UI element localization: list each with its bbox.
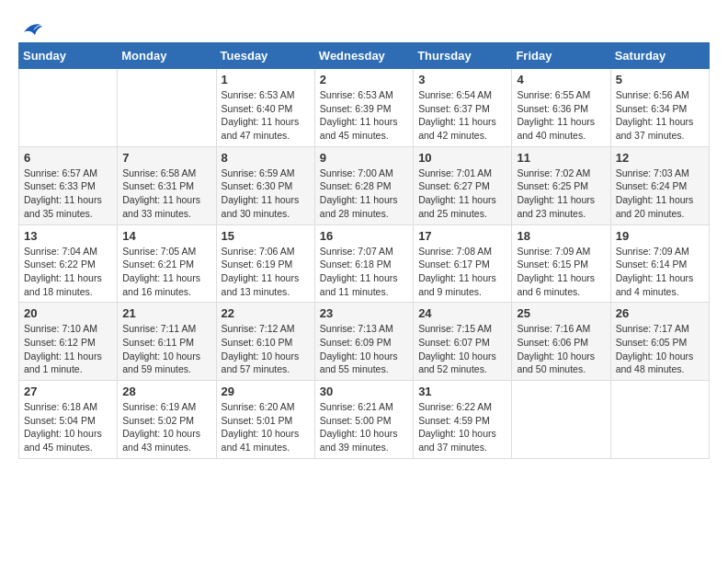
- day-detail: Sunrise: 7:09 AM Sunset: 6:15 PM Dayligh…: [517, 245, 605, 299]
- calendar-cell: 2Sunrise: 6:53 AM Sunset: 6:39 PM Daylig…: [314, 69, 413, 147]
- day-detail: Sunrise: 7:16 AM Sunset: 6:06 PM Dayligh…: [517, 322, 605, 376]
- page-header: [18, 18, 710, 33]
- day-detail: Sunrise: 7:08 AM Sunset: 6:17 PM Dayligh…: [418, 245, 506, 299]
- day-number: 31: [418, 385, 506, 398]
- day-number: 22: [222, 306, 310, 320]
- day-detail: Sunrise: 6:55 AM Sunset: 6:36 PM Dayligh…: [517, 88, 605, 143]
- day-detail: Sunrise: 7:01 AM Sunset: 6:27 PM Dayligh…: [418, 167, 506, 221]
- calendar-cell: 24Sunrise: 7:15 AM Sunset: 6:07 PM Dayli…: [414, 303, 512, 381]
- day-number: 19: [616, 229, 704, 243]
- day-number: 13: [24, 229, 112, 243]
- day-number: 26: [616, 306, 704, 320]
- day-detail: Sunrise: 7:13 AM Sunset: 6:09 PM Dayligh…: [320, 322, 408, 376]
- column-header-monday: Monday: [118, 43, 216, 69]
- calendar-cell: [19, 69, 118, 147]
- calendar-cell: 30Sunrise: 6:21 AM Sunset: 5:00 PM Dayli…: [314, 381, 413, 459]
- day-number: 28: [122, 385, 210, 398]
- header-row: SundayMondayTuesdayWednesdayThursdayFrid…: [19, 43, 710, 69]
- logo: [18, 18, 42, 33]
- day-detail: Sunrise: 6:22 AM Sunset: 4:59 PM Dayligh…: [418, 400, 506, 454]
- calendar-cell: 25Sunrise: 7:16 AM Sunset: 6:06 PM Dayli…: [512, 303, 610, 381]
- day-detail: Sunrise: 7:17 AM Sunset: 6:05 PM Dayligh…: [616, 322, 704, 376]
- day-detail: Sunrise: 7:03 AM Sunset: 6:24 PM Dayligh…: [616, 167, 704, 221]
- calendar-cell: 22Sunrise: 7:12 AM Sunset: 6:10 PM Dayli…: [216, 303, 314, 381]
- calendar-cell: 28Sunrise: 6:19 AM Sunset: 5:02 PM Dayli…: [118, 381, 216, 459]
- day-detail: Sunrise: 6:20 AM Sunset: 5:01 PM Dayligh…: [222, 400, 310, 454]
- column-header-tuesday: Tuesday: [216, 43, 314, 69]
- calendar-cell: [610, 381, 709, 459]
- day-detail: Sunrise: 7:11 AM Sunset: 6:11 PM Dayligh…: [122, 322, 210, 376]
- calendar-cell: 9Sunrise: 7:00 AM Sunset: 6:28 PM Daylig…: [314, 146, 413, 224]
- day-detail: Sunrise: 7:12 AM Sunset: 6:10 PM Dayligh…: [222, 322, 310, 376]
- calendar-cell: 18Sunrise: 7:09 AM Sunset: 6:15 PM Dayli…: [512, 224, 610, 303]
- day-detail: Sunrise: 6:57 AM Sunset: 6:33 PM Dayligh…: [24, 167, 112, 221]
- day-number: 9: [320, 151, 408, 165]
- calendar-cell: 31Sunrise: 6:22 AM Sunset: 4:59 PM Dayli…: [414, 381, 512, 459]
- day-detail: Sunrise: 6:53 AM Sunset: 6:40 PM Dayligh…: [222, 88, 310, 143]
- day-number: 2: [320, 73, 408, 86]
- calendar-cell: 23Sunrise: 7:13 AM Sunset: 6:09 PM Dayli…: [314, 303, 413, 381]
- calendar-cell: 29Sunrise: 6:20 AM Sunset: 5:01 PM Dayli…: [216, 381, 314, 459]
- calendar-cell: [512, 381, 610, 459]
- calendar-cell: 7Sunrise: 6:58 AM Sunset: 6:31 PM Daylig…: [118, 146, 216, 224]
- day-detail: Sunrise: 6:53 AM Sunset: 6:39 PM Dayligh…: [320, 88, 408, 143]
- day-number: 5: [616, 73, 704, 86]
- day-detail: Sunrise: 7:09 AM Sunset: 6:14 PM Dayligh…: [616, 245, 704, 299]
- day-number: 15: [222, 229, 310, 243]
- day-number: 25: [517, 306, 605, 320]
- day-detail: Sunrise: 7:07 AM Sunset: 6:18 PM Dayligh…: [320, 245, 408, 299]
- day-number: 11: [517, 151, 605, 165]
- logo-bird-icon: [20, 18, 42, 37]
- calendar-cell: 10Sunrise: 7:01 AM Sunset: 6:27 PM Dayli…: [414, 146, 512, 224]
- day-detail: Sunrise: 6:58 AM Sunset: 6:31 PM Dayligh…: [122, 167, 210, 221]
- day-detail: Sunrise: 7:02 AM Sunset: 6:25 PM Dayligh…: [517, 167, 605, 221]
- day-number: 24: [418, 306, 506, 320]
- day-detail: Sunrise: 6:59 AM Sunset: 6:30 PM Dayligh…: [222, 167, 310, 221]
- day-detail: Sunrise: 7:10 AM Sunset: 6:12 PM Dayligh…: [24, 322, 112, 376]
- column-header-friday: Friday: [512, 43, 610, 69]
- day-detail: Sunrise: 6:56 AM Sunset: 6:34 PM Dayligh…: [616, 88, 704, 143]
- day-number: 30: [320, 385, 408, 398]
- day-detail: Sunrise: 7:05 AM Sunset: 6:21 PM Dayligh…: [122, 245, 210, 299]
- week-row: 27Sunrise: 6:18 AM Sunset: 5:04 PM Dayli…: [19, 381, 710, 459]
- day-number: 21: [122, 306, 210, 320]
- day-number: 8: [222, 151, 310, 165]
- day-number: 23: [320, 306, 408, 320]
- calendar-cell: 16Sunrise: 7:07 AM Sunset: 6:18 PM Dayli…: [314, 224, 413, 303]
- column-header-sunday: Sunday: [19, 43, 118, 69]
- calendar-cell: 26Sunrise: 7:17 AM Sunset: 6:05 PM Dayli…: [610, 303, 709, 381]
- column-header-saturday: Saturday: [610, 43, 709, 69]
- calendar-cell: 12Sunrise: 7:03 AM Sunset: 6:24 PM Dayli…: [610, 146, 709, 224]
- calendar-cell: 19Sunrise: 7:09 AM Sunset: 6:14 PM Dayli…: [610, 224, 709, 303]
- calendar-cell: 17Sunrise: 7:08 AM Sunset: 6:17 PM Dayli…: [414, 224, 512, 303]
- day-number: 29: [222, 385, 310, 398]
- column-header-wednesday: Wednesday: [314, 43, 413, 69]
- day-number: 17: [418, 229, 506, 243]
- day-detail: Sunrise: 7:00 AM Sunset: 6:28 PM Dayligh…: [320, 167, 408, 221]
- day-detail: Sunrise: 7:04 AM Sunset: 6:22 PM Dayligh…: [24, 245, 112, 299]
- calendar-cell: 8Sunrise: 6:59 AM Sunset: 6:30 PM Daylig…: [216, 146, 314, 224]
- week-row: 20Sunrise: 7:10 AM Sunset: 6:12 PM Dayli…: [19, 303, 710, 381]
- day-number: 12: [616, 151, 704, 165]
- day-detail: Sunrise: 6:21 AM Sunset: 5:00 PM Dayligh…: [320, 400, 408, 454]
- day-detail: Sunrise: 6:18 AM Sunset: 5:04 PM Dayligh…: [24, 400, 112, 454]
- calendar-cell: 4Sunrise: 6:55 AM Sunset: 6:36 PM Daylig…: [512, 69, 610, 147]
- day-detail: Sunrise: 7:06 AM Sunset: 6:19 PM Dayligh…: [222, 245, 310, 299]
- calendar-cell: 3Sunrise: 6:54 AM Sunset: 6:37 PM Daylig…: [414, 69, 512, 147]
- day-number: 14: [122, 229, 210, 243]
- week-row: 6Sunrise: 6:57 AM Sunset: 6:33 PM Daylig…: [19, 146, 710, 224]
- day-detail: Sunrise: 6:19 AM Sunset: 5:02 PM Dayligh…: [122, 400, 210, 454]
- day-detail: Sunrise: 6:54 AM Sunset: 6:37 PM Dayligh…: [418, 88, 506, 143]
- calendar-cell: 1Sunrise: 6:53 AM Sunset: 6:40 PM Daylig…: [216, 69, 314, 147]
- calendar-cell: 27Sunrise: 6:18 AM Sunset: 5:04 PM Dayli…: [19, 381, 118, 459]
- calendar-cell: 11Sunrise: 7:02 AM Sunset: 6:25 PM Dayli…: [512, 146, 610, 224]
- day-number: 4: [517, 73, 605, 86]
- day-number: 1: [222, 73, 310, 86]
- calendar-cell: 14Sunrise: 7:05 AM Sunset: 6:21 PM Dayli…: [118, 224, 216, 303]
- calendar-cell: 5Sunrise: 6:56 AM Sunset: 6:34 PM Daylig…: [610, 69, 709, 147]
- calendar-cell: 6Sunrise: 6:57 AM Sunset: 6:33 PM Daylig…: [19, 146, 118, 224]
- day-number: 6: [24, 151, 112, 165]
- day-number: 20: [24, 306, 112, 320]
- day-number: 18: [517, 229, 605, 243]
- calendar-cell: [118, 69, 216, 147]
